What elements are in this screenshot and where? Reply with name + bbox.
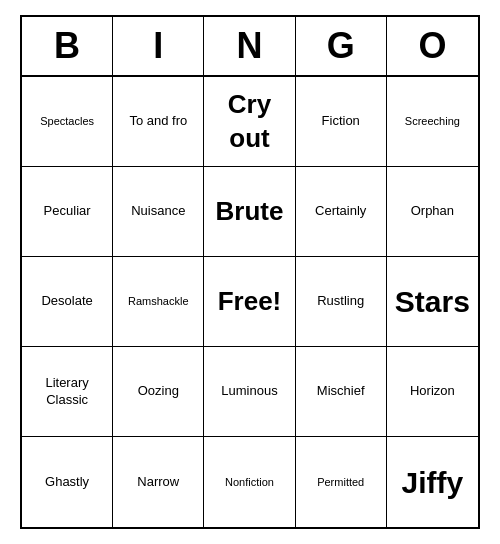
cell-text: Luminous [221, 383, 277, 400]
cell-text: Nuisance [131, 203, 185, 220]
cell-text: Certainly [315, 203, 366, 220]
bingo-cell: Fiction [296, 77, 387, 167]
cell-text: Narrow [137, 474, 179, 491]
bingo-cell: Ghastly [22, 437, 113, 527]
cell-text: Stars [395, 282, 470, 321]
bingo-cell: Desolate [22, 257, 113, 347]
header-letter: I [113, 17, 204, 75]
bingo-cell: Literary Classic [22, 347, 113, 437]
bingo-cell: To and fro [113, 77, 204, 167]
bingo-cell: Rustling [296, 257, 387, 347]
bingo-cell: Stars [387, 257, 478, 347]
cell-text: Ghastly [45, 474, 89, 491]
bingo-cell: Spectacles [22, 77, 113, 167]
bingo-cell: Oozing [113, 347, 204, 437]
bingo-cell: Permitted [296, 437, 387, 527]
cell-text: Literary Classic [26, 375, 108, 409]
cell-text: Peculiar [44, 203, 91, 220]
cell-text: Oozing [138, 383, 179, 400]
header-letter: B [22, 17, 113, 75]
bingo-cell: Ramshackle [113, 257, 204, 347]
cell-text: Brute [216, 195, 284, 229]
bingo-cell: Free! [204, 257, 295, 347]
bingo-cell: Brute [204, 167, 295, 257]
cell-text: To and fro [129, 113, 187, 130]
cell-text: Mischief [317, 383, 365, 400]
bingo-cell: Orphan [387, 167, 478, 257]
bingo-header: BINGO [22, 17, 478, 77]
bingo-cell: Certainly [296, 167, 387, 257]
cell-text: Spectacles [40, 114, 94, 128]
header-letter: O [387, 17, 478, 75]
bingo-cell: Horizon [387, 347, 478, 437]
cell-text: Rustling [317, 293, 364, 310]
bingo-cell: Screeching [387, 77, 478, 167]
cell-text: Horizon [410, 383, 455, 400]
cell-text: Ramshackle [128, 294, 189, 308]
bingo-card: BINGO SpectaclesTo and froCry outFiction… [20, 15, 480, 529]
cell-text: Desolate [41, 293, 92, 310]
cell-text: Screeching [405, 114, 460, 128]
cell-text: Permitted [317, 475, 364, 489]
bingo-cell: Nuisance [113, 167, 204, 257]
cell-text: Cry out [208, 88, 290, 156]
bingo-cell: Peculiar [22, 167, 113, 257]
bingo-cell: Mischief [296, 347, 387, 437]
bingo-cell: Luminous [204, 347, 295, 437]
cell-text: Free! [218, 285, 282, 319]
cell-text: Fiction [322, 113, 360, 130]
bingo-cell: Jiffy [387, 437, 478, 527]
cell-text: Jiffy [402, 463, 464, 502]
bingo-grid: SpectaclesTo and froCry outFictionScreec… [22, 77, 478, 527]
bingo-cell: Cry out [204, 77, 295, 167]
header-letter: N [204, 17, 295, 75]
header-letter: G [296, 17, 387, 75]
bingo-cell: Narrow [113, 437, 204, 527]
bingo-cell: Nonfiction [204, 437, 295, 527]
cell-text: Orphan [411, 203, 454, 220]
cell-text: Nonfiction [225, 475, 274, 489]
